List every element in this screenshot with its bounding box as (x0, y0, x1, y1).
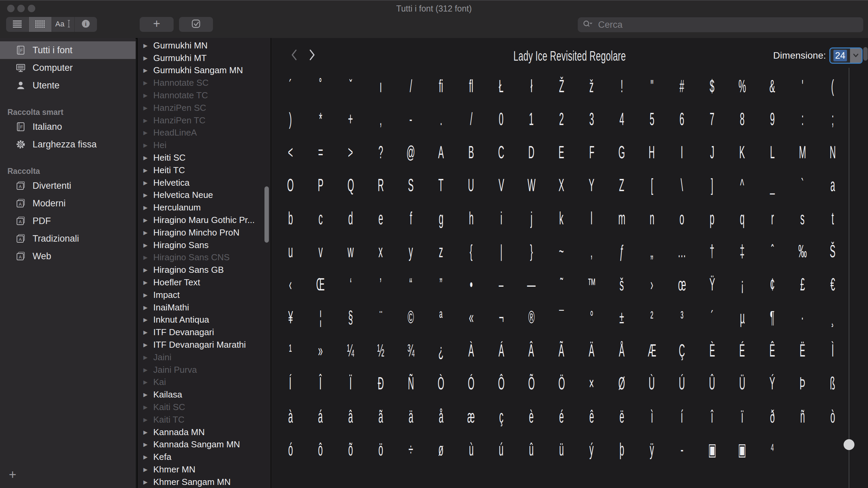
glyph-cell[interactable]: ÷ (396, 433, 426, 467)
glyph-cell[interactable]: Ì (817, 334, 848, 367)
glyph-cell[interactable]: ô (305, 433, 336, 467)
glyph-cell[interactable]: U (456, 169, 486, 202)
search-input[interactable] (597, 19, 859, 30)
disclosure-triangle-icon[interactable]: ▶ (142, 204, 149, 211)
disclosure-triangle-icon[interactable]: ▶ (142, 142, 149, 148)
sidebar-item-italiano[interactable]: FItaliano (0, 118, 136, 136)
glyph-cell[interactable]: I (667, 136, 697, 169)
glyph-cell[interactable]: J (697, 136, 727, 169)
glyph-cell[interactable]: — (516, 268, 547, 301)
glyph-cell[interactable]: Ê (757, 334, 787, 367)
font-list-item-heiti-sc[interactable]: ▶Heiti SC (138, 151, 271, 164)
glyph-cell[interactable]: e (366, 202, 396, 235)
font-list-item-kannada-sangam-mn[interactable]: ▶Kannada Sangam MN (138, 439, 271, 451)
glyph-cell[interactable]: à (275, 400, 305, 433)
glyph-cell[interactable]: ¨ (366, 301, 396, 334)
glyph-cell[interactable]: À (456, 334, 486, 367)
disclosure-triangle-icon[interactable]: ▶ (142, 229, 149, 236)
glyph-cell[interactable]: ‚ (576, 235, 607, 268)
glyph-cell[interactable]: ä (396, 400, 426, 433)
glyph-cell[interactable]: ò (817, 400, 848, 433)
font-list-item-khmer-sangam-mn[interactable]: ▶Khmer Sangam MN (138, 476, 271, 488)
glyph-cell[interactable]: ‘ (336, 268, 366, 301)
glyph-cell[interactable]: ¾ (396, 334, 426, 367)
glyph-cell[interactable]: Ÿ (697, 268, 727, 301)
glyph-cell[interactable]: í (667, 400, 697, 433)
disclosure-triangle-icon[interactable]: ▶ (142, 80, 149, 86)
font-list-item-gurmukhi-mt[interactable]: ▶Gurmukhi MT (138, 52, 271, 64)
glyph-cell[interactable]: ' (787, 70, 817, 103)
glyph-cell[interactable]: Š (817, 235, 848, 268)
disclosure-triangle-icon[interactable]: ▶ (142, 466, 149, 473)
grid-view-button[interactable] (29, 17, 52, 32)
glyph-cell[interactable]: f (396, 202, 426, 235)
glyph-cell[interactable]: P (305, 169, 336, 202)
size-slider-knob[interactable] (844, 439, 854, 450)
glyph-cell[interactable]: ³ (667, 301, 697, 334)
glyph-cell[interactable]: w (336, 235, 366, 268)
glyph-cell[interactable]: ž (576, 70, 607, 103)
glyph-cell[interactable]: ¬ (486, 301, 516, 334)
glyph-cell[interactable]: Ñ (396, 367, 426, 401)
glyph-cell[interactable]: ¿ (426, 334, 456, 367)
glyph-cell[interactable]: * (305, 103, 336, 136)
glyph-cell[interactable]: @ (396, 136, 426, 169)
glyph-cell[interactable]: - (396, 103, 426, 136)
font-list-item-hiragino-sans-gb[interactable]: ▶Hiragino Sans GB (138, 264, 271, 276)
glyph-cell[interactable]: ] (697, 169, 727, 202)
glyph-cell[interactable]: r (757, 202, 787, 235)
glyph-cell[interactable]: ÿ (637, 433, 667, 467)
sidebar-item-web[interactable]: AWeb (0, 247, 136, 265)
sidebar-item-larghezza-fissa[interactable]: Larghezza fissa (0, 136, 136, 153)
list-view-button[interactable] (6, 17, 29, 32)
glyph-cell[interactable]: µ (727, 301, 757, 334)
glyph-cell[interactable]: 9 (757, 103, 787, 136)
size-combobox[interactable]: 24 (829, 47, 863, 64)
disclosure-triangle-icon[interactable]: ▶ (142, 429, 149, 435)
glyph-cell[interactable]: 5 (637, 103, 667, 136)
glyph-cell[interactable]: ¡ (727, 268, 757, 301)
glyph-cell[interactable]: Ù (637, 367, 667, 401)
disclosure-triangle-icon[interactable]: ▶ (142, 92, 149, 99)
glyph-cell[interactable]: ł (516, 70, 547, 103)
glyph-cell[interactable]: ª (426, 301, 456, 334)
glyph-cell[interactable]: ² (637, 301, 667, 334)
glyph-cell[interactable]: C (486, 136, 516, 169)
glyph-cell[interactable]: £ (787, 268, 817, 301)
glyph-cell[interactable]: G (607, 136, 637, 169)
glyph-cell[interactable]: ´ (697, 301, 727, 334)
disclosure-triangle-icon[interactable]: ▶ (142, 416, 149, 423)
glyph-cell[interactable]: â (336, 400, 366, 433)
glyph-cell[interactable]: Õ (516, 367, 547, 401)
glyph-cell[interactable]: s (787, 202, 817, 235)
glyph-cell[interactable]: [ (637, 169, 667, 202)
font-list-item-headlinea[interactable]: ▶HeadLineA (138, 127, 271, 139)
font-list-item-inknut-antiqua[interactable]: ▶Inknut Antiqua (138, 314, 271, 326)
glyph-cell[interactable]: u (275, 235, 305, 268)
glyph-cell[interactable]: ? (366, 136, 396, 169)
font-list-item-jaini-purva[interactable]: ▶Jaini Purva (138, 364, 271, 376)
glyph-cell[interactable]: ° (576, 301, 607, 334)
glyph-cell[interactable]: ® (516, 301, 547, 334)
glyph-cell[interactable]: ( (817, 70, 848, 103)
glyph-cell[interactable]: É (727, 334, 757, 367)
glyph-cell[interactable]: Ø (607, 367, 637, 401)
glyph-cell[interactable]: - (667, 433, 697, 467)
glyph-cell[interactable]: ¢ (757, 268, 787, 301)
font-list-item-hei[interactable]: ▶Hei (138, 139, 271, 151)
glyph-cell[interactable]: F (576, 136, 607, 169)
glyph-cell[interactable]: È (697, 334, 727, 367)
glyph-cell[interactable]: ˚ (305, 70, 336, 103)
glyph-cell[interactable]: ˇ (336, 70, 366, 103)
disclosure-triangle-icon[interactable]: ▶ (142, 329, 149, 336)
glyph-cell[interactable]: ▣ (727, 433, 757, 467)
glyph-cell[interactable]: c (305, 202, 336, 235)
font-list-item-khmer-mn[interactable]: ▶Khmer MN (138, 463, 271, 476)
glyph-cell[interactable]: 0 (486, 103, 516, 136)
glyph-cell[interactable]: < (275, 136, 305, 169)
glyph-cell[interactable]: ~ (547, 235, 577, 268)
glyph-cell[interactable]: ß (817, 367, 848, 401)
glyph-cell[interactable]: ” (426, 268, 456, 301)
glyph-cell[interactable]: H (637, 136, 667, 169)
glyph-grid-scrollbar-thumb[interactable] (863, 47, 868, 61)
